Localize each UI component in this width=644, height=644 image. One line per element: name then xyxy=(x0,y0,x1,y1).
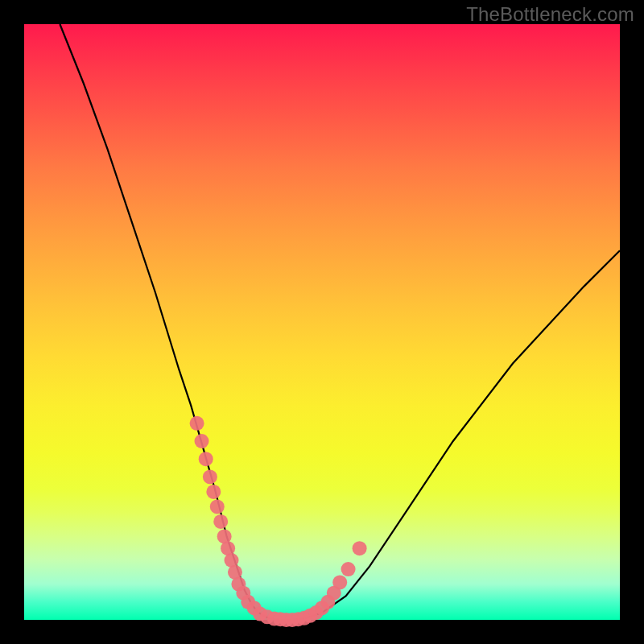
marker-point xyxy=(199,452,213,466)
chart-frame: TheBottleneck.com xyxy=(0,0,644,644)
marker-point xyxy=(332,575,347,589)
marker-point xyxy=(206,485,221,499)
marker-point xyxy=(195,434,209,448)
marker-point xyxy=(353,541,367,555)
watermark-text: TheBottleneck.com xyxy=(466,3,634,26)
marker-point xyxy=(341,562,356,576)
data-markers xyxy=(190,416,367,627)
marker-point xyxy=(210,499,225,514)
marker-point xyxy=(203,469,217,484)
marker-point xyxy=(213,514,228,529)
chart-svg xyxy=(24,24,620,620)
marker-point xyxy=(190,416,204,431)
bottleneck-curve xyxy=(60,24,620,620)
